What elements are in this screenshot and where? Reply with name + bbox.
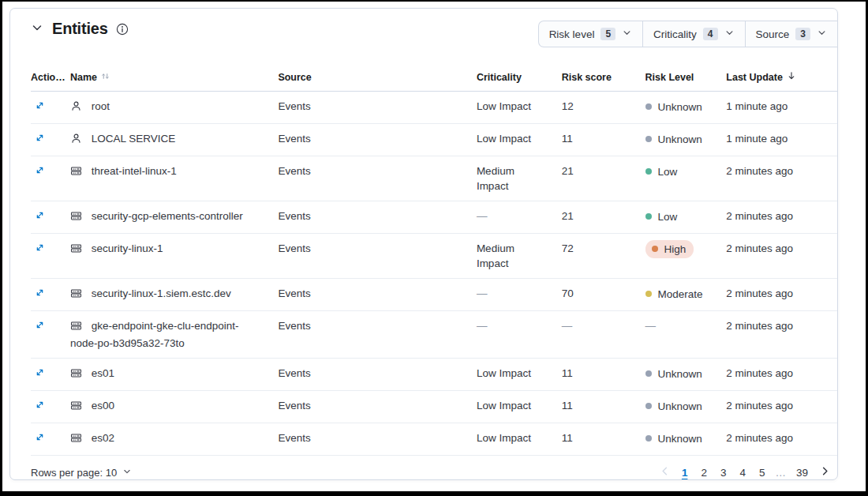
criticality-cell: — [477, 286, 562, 301]
user-icon [70, 135, 85, 147]
risk-level-label: Unknown [658, 431, 702, 446]
risk-level-dot-icon [645, 403, 652, 409]
entity-name: security-linux-1 [92, 242, 163, 254]
criticality-cell: — [477, 209, 562, 224]
page-number-button[interactable]: 1 [676, 465, 694, 480]
risk-level-dot-icon [645, 136, 652, 142]
name-cell[interactable]: es02 [70, 430, 278, 448]
entity-name: security-linux-1.siem.estc.dev [92, 287, 231, 299]
entity-name: es02 [92, 432, 114, 444]
previous-page-button[interactable] [656, 464, 674, 480]
screenshot-frame: Entities Risk level 5 Criticality 4 Sour… [0, 0, 868, 496]
criticality-cell: Medium Impact [477, 163, 562, 194]
filter-group: Risk level 5 Criticality 4 Source 3 [538, 21, 837, 47]
risk-score-cell: 11 [562, 398, 645, 413]
expand-entity-button[interactable] [31, 430, 46, 445]
chevron-down-icon [622, 28, 632, 40]
page-number-button[interactable]: 39 [791, 465, 814, 480]
name-cell[interactable]: es00 [70, 398, 278, 415]
expand-entity-button[interactable] [31, 131, 46, 146]
column-header-actions: Actio… [31, 70, 70, 84]
name-cell[interactable]: root [70, 99, 278, 116]
name-cell[interactable]: security-linux-1 [70, 241, 278, 258]
expand-entity-button[interactable] [31, 286, 46, 301]
column-header-last-update[interactable]: Last Update [726, 70, 837, 84]
expand-icon [34, 287, 46, 301]
expand-entity-button[interactable] [31, 318, 46, 333]
host-icon [70, 434, 85, 446]
filter-button[interactable]: Source 3 [745, 21, 837, 47]
collapse-section-button[interactable] [29, 20, 45, 38]
name-cell[interactable]: LOCAL SERVICE [70, 131, 278, 148]
last-update-cell: 2 minutes ago [726, 430, 837, 445]
risk-level-dot-icon [645, 435, 652, 442]
risk-score-cell: 70 [562, 286, 645, 301]
filter-count-badge: 3 [795, 28, 810, 40]
table-row: security-linux-1.siem.estc.dev Events — … [31, 279, 837, 311]
name-cell[interactable]: gke-endpoint-gke-clu-endpoint-node-po-b3… [70, 318, 278, 351]
expand-icon [34, 242, 46, 256]
name-cell[interactable]: security-linux-1.siem.estc.dev [70, 286, 278, 303]
risk-level-dot-icon [652, 246, 658, 252]
actions-cell [31, 366, 70, 382]
expand-icon [34, 100, 46, 114]
risk-level-badge: Unknown [645, 132, 702, 147]
expand-entity-button[interactable] [31, 163, 46, 178]
last-update-cell: 2 minutes ago [726, 318, 837, 333]
source-cell: Events [278, 286, 477, 301]
filter-label: Criticality [653, 28, 697, 40]
expand-icon [34, 164, 46, 178]
last-update-cell: 1 minute ago [726, 131, 837, 146]
panel-header: Entities Risk level 5 Criticality 4 Sour… [10, 9, 837, 47]
page-ellipsis: … [773, 465, 788, 480]
info-icon[interactable] [116, 23, 129, 36]
risk-level-dot-icon [645, 370, 652, 377]
risk-level-label: Moderate [658, 287, 703, 302]
name-cell[interactable]: threat-intel-linux-1 [70, 163, 278, 181]
table-row: security-linux-1 Events Medium Impact 72… [31, 234, 837, 279]
page-number-button[interactable]: 4 [734, 465, 751, 480]
rows-per-page-button[interactable]: Rows per page: 10 [31, 467, 132, 479]
expand-icon [34, 366, 46, 381]
expand-entity-button[interactable] [31, 209, 46, 224]
column-header-name[interactable]: Name [70, 70, 278, 84]
criticality-cell: Low Impact [477, 131, 562, 146]
page-numbers: 12345…39 [676, 465, 814, 480]
entities-panel: Entities Risk level 5 Criticality 4 Sour… [9, 8, 838, 480]
chevron-down-icon [817, 28, 827, 40]
filter-label: Source [756, 28, 790, 40]
host-icon [70, 370, 85, 381]
entity-name: root [92, 100, 110, 112]
page-number-button[interactable]: 2 [695, 465, 713, 480]
source-cell: Events [278, 209, 477, 224]
expand-entity-button[interactable] [31, 99, 46, 114]
page-number-button[interactable]: 5 [754, 465, 771, 480]
expand-icon [34, 319, 46, 333]
name-cell[interactable]: security-gcp-elements-controller [70, 209, 278, 226]
name-cell[interactable]: es01 [70, 366, 278, 383]
risk-score-cell: 11 [562, 131, 645, 146]
column-header-risk-level: Risk Level [645, 70, 727, 84]
expand-entity-button[interactable] [31, 398, 46, 413]
actions-cell [31, 131, 70, 148]
entity-name: es00 [92, 400, 114, 411]
filter-button[interactable]: Risk level 5 [539, 21, 642, 47]
risk-score-cell: 21 [562, 163, 645, 178]
last-update-cell: 2 minutes ago [726, 163, 837, 178]
entity-name: LOCAL SERVICE [92, 133, 176, 145]
risk-level-dot-icon [645, 168, 652, 175]
title-group: Entities [29, 20, 129, 38]
risk-level-badge: High [645, 240, 694, 258]
risk-level-cell: Low [645, 163, 727, 179]
risk-score-cell: 12 [562, 99, 645, 114]
filter-button[interactable]: Criticality 4 [642, 21, 744, 47]
filter-label: Risk level [549, 28, 595, 40]
table-header-row: Actio… Name Source Criticality Risk scor… [31, 70, 837, 92]
page-number-button[interactable]: 3 [715, 465, 732, 480]
risk-level-badge: — [645, 318, 657, 333]
expand-entity-button[interactable] [31, 366, 46, 381]
expand-entity-button[interactable] [31, 241, 46, 256]
next-page-button[interactable] [816, 464, 834, 480]
risk-level-label: Unknown [658, 132, 702, 147]
risk-level-cell: Unknown [645, 430, 727, 446]
